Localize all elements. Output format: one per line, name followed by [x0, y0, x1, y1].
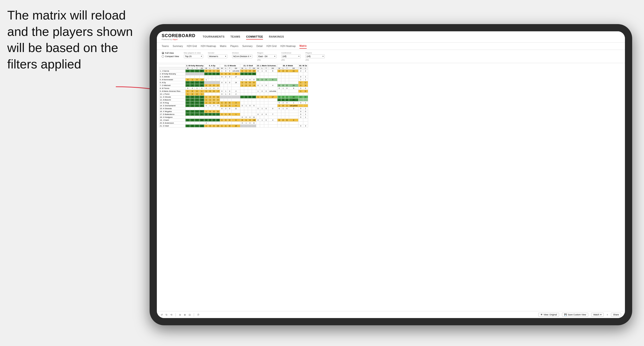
zoom-out-button[interactable]: ⊖: [179, 314, 181, 316]
matrix-cell: [277, 75, 281, 78]
sub-nav-h2h-grid1[interactable]: H2H Grid: [187, 44, 197, 48]
sub-nav-detail[interactable]: Detail: [256, 44, 263, 48]
sub-l6: L: [281, 67, 285, 70]
matrix-cell: 0: [195, 93, 199, 96]
matrix-cell: [248, 107, 252, 110]
sub-nav-h2h-heatmap1[interactable]: H2H Heatmap: [201, 44, 216, 48]
gender-select[interactable]: Women's ▾: [208, 54, 227, 58]
matrix-cell: [256, 93, 260, 96]
matrix-cell: 1: [285, 104, 289, 107]
compact-view-radio[interactable]: Compact View: [162, 55, 179, 58]
matrix-cell: 7: [208, 73, 212, 75]
save-custom-view-button[interactable]: 💾 Save Custom View: [562, 313, 588, 317]
matrix-cell: 1: [244, 70, 248, 73]
matrix-cell: [252, 87, 256, 90]
table-row: 1. J Garcia31027301-11100cell-white11010…: [159, 70, 308, 73]
matrix-cell: [232, 78, 240, 81]
matrix-cell: 0: [248, 104, 252, 107]
matrix-cell: [244, 87, 248, 90]
matrix-cell: [260, 101, 264, 104]
matrix-cell: 0: [195, 119, 199, 122]
matrix-cell: [190, 122, 195, 125]
players-select[interactable]: (All) ▾: [306, 54, 325, 58]
matrix-cell: 2: [204, 122, 208, 125]
matrix-cell: [248, 87, 252, 90]
matrix-cell: [220, 122, 224, 125]
matrix-cell: [264, 93, 268, 96]
table-row: 16. X Mcgaha21031001100: [159, 110, 308, 113]
matrix-cell: [212, 93, 216, 96]
matrix-cell: -20: [216, 119, 220, 122]
undo-button[interactable]: ↺: [161, 314, 163, 316]
timer-button[interactable]: ⏱: [197, 314, 200, 316]
matrix-cell: [228, 116, 232, 119]
matrix-cell: [252, 99, 256, 101]
redo-button[interactable]: ↻: [166, 314, 168, 316]
matrix-cell: -4: [252, 84, 256, 87]
matrix-cell: 25: [289, 99, 298, 101]
matrix-cell: [252, 110, 256, 113]
reset-button[interactable]: ⟲: [170, 314, 172, 316]
sub-nav-summary1[interactable]: Summary: [172, 44, 183, 48]
zoom-in-button[interactable]: ⊕: [184, 314, 186, 316]
nav-teams[interactable]: TEAMS: [230, 34, 240, 39]
matrix-cell: [244, 90, 248, 93]
sub-nav-h2h-heatmap2[interactable]: H2H Heatmap: [280, 44, 296, 48]
matrix-area[interactable]: 2. M Kelly Mulcahy 6. A Dy 11. G Woods 2…: [157, 63, 625, 311]
matrix-cell: 0: [252, 78, 256, 81]
matrix-cell: [256, 101, 260, 104]
max-players-select[interactable]: Top 25 ▾: [184, 54, 203, 58]
nav-tournaments[interactable]: TOURNAMENTS: [203, 34, 225, 39]
nav-rankings[interactable]: RANKINGS: [269, 34, 284, 39]
sub-nav-matrix1[interactable]: Matrix: [220, 44, 226, 48]
plus-button[interactable]: +: [606, 314, 608, 316]
sub-nav-matrix2[interactable]: Matrix: [300, 44, 306, 49]
matrix-cell: 0: [285, 70, 289, 73]
sub-nav-teams[interactable]: Teams: [162, 44, 169, 48]
matrix-cell: [224, 87, 228, 90]
region-select[interactable]: East - DII ▾: [257, 54, 276, 58]
matrix-cell: 1: [256, 90, 260, 93]
matrix-cell: [285, 116, 289, 119]
matrix-cell: 1: [220, 125, 224, 128]
matrix-cell: [204, 107, 208, 110]
nav-committee[interactable]: COMMITTEE: [246, 34, 263, 39]
matrix-cell: 1: [220, 70, 224, 73]
share-button[interactable]: Share: [611, 313, 621, 317]
matrix-cell: [260, 73, 264, 75]
conference-filter: Conference (All) ▾ (All): [281, 52, 301, 61]
view-original-button[interactable]: 👁 View: Original: [538, 313, 559, 317]
matrix-cell: [244, 93, 248, 96]
matrix-cell: [199, 75, 204, 78]
matrix-cell: 1: [298, 90, 303, 93]
matrix-cell: 7: [186, 81, 190, 84]
chevron-down-icon: ▾: [225, 55, 226, 57]
matrix-cell: 1: [204, 90, 208, 93]
matrix-cell: [244, 125, 248, 128]
fit-button[interactable]: ⊡: [189, 314, 190, 316]
matrix-cell: 3: [186, 70, 190, 73]
matrix-cell: 0: [248, 116, 252, 119]
division-select[interactable]: NCAA Division II ▾: [232, 54, 252, 58]
sub-nav-h2h-grid2[interactable]: H2H Grid: [266, 44, 276, 48]
matrix-cell: 0: [220, 81, 224, 84]
matrix-cell: [285, 93, 289, 96]
player-name-cell: 15. H Stranda: [159, 107, 186, 110]
sub-nav-summary2[interactable]: Summary: [242, 44, 253, 48]
full-view-radio[interactable]: Full View: [162, 52, 179, 54]
full-view-dot: [162, 52, 164, 54]
matrix-cell: [212, 75, 216, 78]
matrix-cell: 0: [248, 84, 252, 87]
matrix-cell: 1: [220, 104, 224, 107]
conference-select[interactable]: (All) ▾: [281, 54, 301, 58]
matrix-cell: [195, 116, 199, 119]
matrix-cell: 0: [248, 81, 252, 84]
table-row: 12. A Bianchi200-18110420025: [159, 99, 308, 101]
sub-nav-players[interactable]: Players: [230, 44, 238, 48]
matrix-cell: 10: [232, 73, 240, 75]
matrix-cell: [260, 81, 264, 84]
matrix-cell: [244, 113, 248, 116]
watch-button[interactable]: Watch ▾: [591, 313, 604, 317]
matrix-cell: [260, 110, 264, 113]
matrix-cell: [298, 73, 303, 75]
